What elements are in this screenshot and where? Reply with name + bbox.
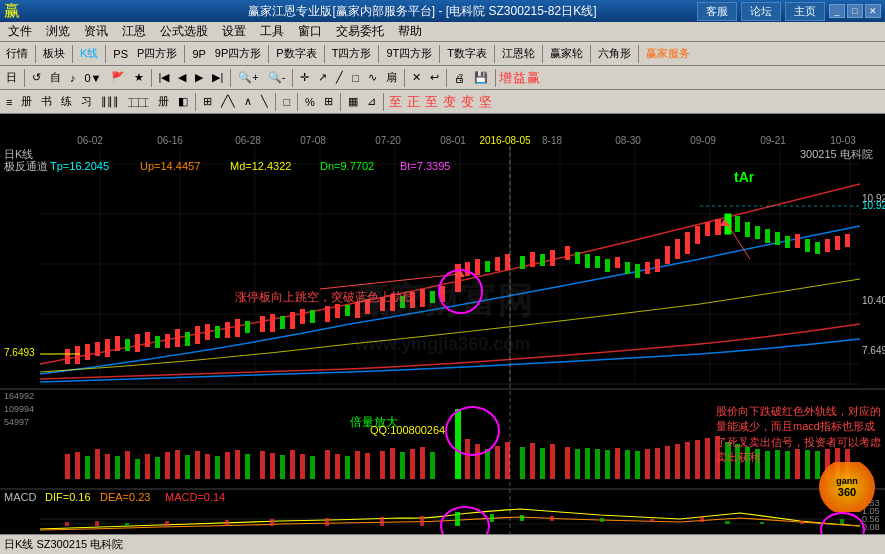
tb3-zh4[interactable]: 变: [443, 93, 456, 111]
tb2-prev-prev[interactable]: |◀: [155, 69, 174, 86]
svg-rect-77: [430, 291, 435, 303]
tb2-flag[interactable]: 🚩: [107, 69, 129, 86]
svg-rect-110: [775, 232, 780, 245]
tb-ps[interactable]: PS: [109, 46, 132, 62]
tb-gann-wheel[interactable]: 江恩轮: [498, 44, 539, 63]
maximize-button[interactable]: □: [847, 4, 863, 18]
tb2-arrow[interactable]: ↗: [314, 69, 331, 86]
tb3-t8[interactable]: 册: [154, 92, 173, 111]
tb2-prev[interactable]: ◀: [174, 69, 190, 86]
tb2-rect[interactable]: □: [348, 70, 363, 86]
tb3-zh6[interactable]: 坚: [479, 93, 492, 111]
tb-quote[interactable]: 行情: [2, 44, 32, 63]
svg-rect-170: [575, 449, 580, 479]
tb-hex[interactable]: 六角形: [594, 44, 635, 63]
tb3-zh5[interactable]: 变: [461, 93, 474, 111]
forum-button[interactable]: 论坛: [741, 2, 781, 21]
tb-9p4[interactable]: 9P四方形: [211, 44, 265, 63]
tb3-tf[interactable]: ▦: [344, 93, 362, 110]
tb2-delete[interactable]: ✕: [408, 69, 425, 86]
tb2-print[interactable]: 🖨: [450, 70, 469, 86]
tb3-t5[interactable]: 习: [77, 92, 96, 111]
tb3-tc[interactable]: ∧: [240, 93, 256, 110]
tb2-chinese2[interactable]: 益: [513, 69, 526, 87]
tb3-tg[interactable]: ⊿: [363, 93, 380, 110]
status-text: 日K线 SZ300215 电科院: [4, 537, 123, 552]
tb2-chinese3[interactable]: 赢: [527, 69, 540, 87]
tb2-next[interactable]: ▶|: [208, 69, 227, 86]
tb3-t3[interactable]: 书: [37, 92, 56, 111]
svg-text:tAr: tAr: [734, 169, 755, 185]
svg-rect-183: [705, 438, 710, 479]
svg-rect-132: [155, 457, 160, 479]
menu-formula[interactable]: 公式选股: [154, 22, 214, 41]
svg-rect-128: [115, 456, 120, 479]
tb2-play[interactable]: ▶: [191, 69, 207, 86]
menu-gann[interactable]: 江恩: [116, 22, 152, 41]
tb2-star[interactable]: ★: [130, 69, 148, 86]
tb2-save[interactable]: 💾: [470, 69, 492, 86]
svg-text:DIF=0.16: DIF=0.16: [45, 491, 91, 503]
tb2-undo[interactable]: ↩: [426, 69, 443, 86]
svg-text:07-08: 07-08: [300, 135, 326, 146]
tb3-t2[interactable]: 册: [17, 92, 36, 111]
menu-file[interactable]: 文件: [2, 22, 38, 41]
tb2-wave[interactable]: ∿: [364, 69, 381, 86]
tb-t9-4[interactable]: 9T四方形: [382, 44, 436, 63]
tb2-vol[interactable]: ♪: [66, 70, 80, 86]
tb2-zoom-out[interactable]: 🔍-: [264, 69, 290, 86]
tb3-t4[interactable]: 练: [57, 92, 76, 111]
tb3-zh1[interactable]: 至: [389, 93, 402, 111]
tb3-t1[interactable]: ≡: [2, 94, 16, 110]
tb2-0[interactable]: 0▼: [81, 70, 106, 86]
tb3-ta[interactable]: ⊞: [199, 93, 216, 110]
svg-rect-171: [585, 448, 590, 479]
sep22: [297, 93, 298, 111]
menu-news[interactable]: 资讯: [78, 22, 114, 41]
tb3-tb[interactable]: ╱╲: [217, 93, 239, 110]
tb3-zh3[interactable]: 至: [425, 93, 438, 111]
tb2-auto[interactable]: 自: [46, 68, 65, 87]
close-button[interactable]: ✕: [865, 4, 881, 18]
tb2-refresh[interactable]: ↺: [28, 69, 45, 86]
tb3-te[interactable]: □: [279, 94, 294, 110]
tb3-t7[interactable]: ⌶⌶⌶: [124, 94, 153, 110]
menu-browse[interactable]: 浏览: [40, 22, 76, 41]
menu-trade[interactable]: 交易委托: [330, 22, 390, 41]
tb-winner-service[interactable]: 赢家服务: [642, 44, 694, 63]
tb2-line[interactable]: ╱: [332, 69, 347, 86]
tb3-t6[interactable]: ∥∥∥: [97, 93, 123, 110]
svg-rect-227: [840, 519, 844, 524]
svg-rect-168: [550, 444, 555, 479]
menu-window[interactable]: 窗口: [292, 22, 328, 41]
tb3-grid[interactable]: ⊞: [320, 93, 337, 110]
svg-rect-140: [235, 450, 240, 479]
svg-rect-63: [280, 316, 285, 329]
tb-9p[interactable]: 9P: [188, 46, 209, 62]
chart-area[interactable]: 赢家财富网 www.yingjia360.com 06-02 06-16 06-…: [0, 114, 885, 534]
tb-p4[interactable]: P四方形: [133, 44, 181, 63]
tb-kline[interactable]: K线: [76, 44, 102, 63]
home-button[interactable]: 主页: [785, 2, 825, 21]
tb-t4[interactable]: T四方形: [328, 44, 376, 63]
svg-text:日K线: 日K线: [4, 148, 33, 160]
tb2-chinese1[interactable]: 增: [499, 69, 512, 87]
tb2-fan[interactable]: 扇: [382, 68, 401, 87]
tb2-cross[interactable]: ✛: [296, 69, 313, 86]
tb3-td[interactable]: ╲: [257, 93, 272, 110]
tb3-t9[interactable]: ◧: [174, 93, 192, 110]
tb-pnum[interactable]: P数字表: [272, 44, 320, 63]
menu-tools[interactable]: 工具: [254, 22, 290, 41]
tb3-zh2[interactable]: 正: [407, 93, 420, 111]
tb-winner-wheel[interactable]: 赢家轮: [546, 44, 587, 63]
tb-tnum[interactable]: T数字表: [443, 44, 491, 63]
tb-board[interactable]: 板块: [39, 44, 69, 63]
tb2-zoom-in[interactable]: 🔍+: [234, 69, 262, 86]
minimize-button[interactable]: _: [829, 4, 845, 18]
customer-service-button[interactable]: 客服: [697, 2, 737, 21]
menu-help[interactable]: 帮助: [392, 22, 428, 41]
menu-settings[interactable]: 设置: [216, 22, 252, 41]
tb2-day[interactable]: 日: [2, 68, 21, 87]
svg-text:极反通道: 极反通道: [3, 160, 48, 172]
tb3-percent[interactable]: %: [301, 94, 319, 110]
